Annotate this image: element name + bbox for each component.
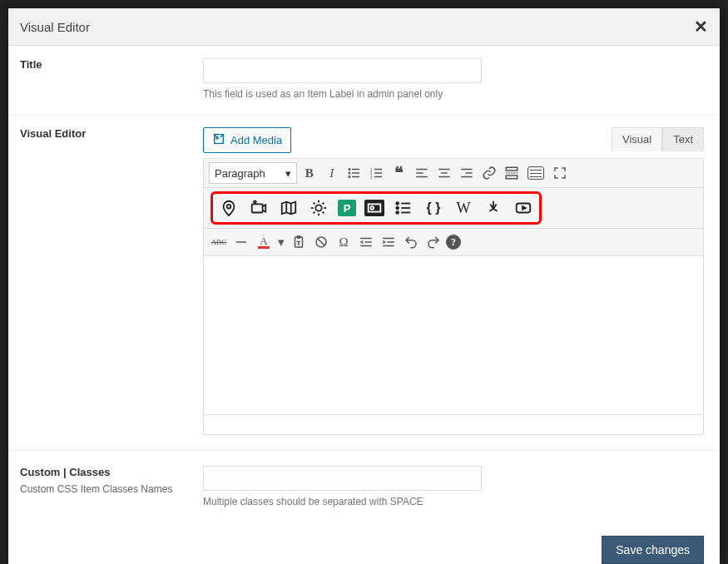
strikethrough-button[interactable]: ABC [209,232,229,252]
numbered-list-button[interactable]: 123 [367,163,387,183]
svg-point-1 [349,169,350,171]
format-select-label: Paragraph [215,167,265,180]
chevron-down-icon: ▾ [285,167,291,180]
text-color-dropdown[interactable]: ▾ [276,232,286,252]
svg-line-38 [323,203,324,205]
location-pin-icon[interactable] [218,197,240,219]
help-button[interactable]: ? [446,235,461,250]
clear-format-button[interactable] [311,232,331,252]
wikipedia-icon[interactable]: W [453,197,474,219]
tab-text[interactable]: Text [662,127,704,151]
text-color-button[interactable]: A [254,232,274,252]
map-icon[interactable] [278,197,300,219]
outdent-button[interactable] [356,232,376,252]
youtube-icon[interactable] [513,197,534,219]
plugin-toolbar-highlight: P { } W [210,191,542,225]
classes-input[interactable] [203,466,482,491]
align-right-button[interactable] [457,163,477,183]
italic-button[interactable]: I [322,163,342,183]
add-media-label: Add Media [230,134,282,146]
title-input[interactable] [203,58,482,83]
fullscreen-button[interactable] [550,163,570,183]
indent-button[interactable] [379,232,399,252]
svg-point-40 [370,206,374,210]
embed-badge-icon[interactable] [364,200,384,216]
toolbar-row-2: P { } W [204,188,703,229]
close-icon[interactable]: ✕ [694,17,708,37]
format-select[interactable]: Paragraph ▾ [209,162,297,184]
brightness-icon[interactable] [308,197,329,219]
classes-hint: Multiple classes should be separated wit… [203,496,704,507]
title-hint: This field is used as an Item Label in a… [203,88,704,100]
svg-rect-22 [506,167,518,171]
svg-rect-50 [297,236,301,239]
media-icon [212,132,225,148]
keyboard-icon[interactable] [524,163,547,183]
link-button[interactable] [479,163,499,183]
svg-rect-24 [506,176,518,179]
svg-point-45 [396,211,399,214]
align-center-button[interactable] [434,163,454,183]
yelp-icon[interactable] [483,197,504,219]
bullet-list-button[interactable] [344,163,364,183]
modal-title: Visual Editor [20,20,90,34]
title-row: Title This field is used as an Item Labe… [8,43,716,116]
svg-line-35 [314,203,315,205]
camera-icon[interactable] [248,197,270,219]
modal-footer: Save changes [8,522,716,564]
svg-line-37 [314,212,315,214]
add-media-button[interactable]: Add Media [203,127,291,153]
editor-label: Visual Editor [20,127,203,140]
paste-text-button[interactable]: T [289,232,309,252]
svg-point-41 [396,202,399,205]
readmore-button[interactable] [502,163,522,183]
editor-textarea[interactable] [204,256,703,414]
svg-point-27 [254,200,256,203]
tab-visual[interactable]: Visual [612,127,662,151]
visual-editor-modal: Visual Editor ✕ Title This field is used… [8,8,720,564]
special-char-button[interactable]: Ω [334,232,354,252]
list-icon[interactable] [393,197,414,219]
align-left-button[interactable] [412,163,432,183]
p-badge-icon[interactable]: P [338,200,356,216]
braces-icon[interactable]: { } [423,197,444,219]
redo-button[interactable] [423,232,443,252]
save-button[interactable]: Save changes [602,536,704,564]
editor-container: Paragraph ▾ B I 123 ❝ [203,158,704,435]
svg-rect-26 [252,204,263,212]
classes-row: Custom | Classes Custom CSS Item Classes… [8,451,716,522]
bold-button[interactable]: B [300,163,319,183]
editor-tabs: Visual Text [612,127,704,151]
undo-button[interactable] [401,232,421,252]
svg-point-30 [315,205,321,210]
editor-statusbar [204,414,703,434]
classes-sublabel: Custom CSS Item Classes Names [20,483,203,495]
modal-header: Visual Editor ✕ [8,8,720,46]
svg-line-36 [323,212,324,214]
blockquote-button[interactable]: ❝ [389,163,409,183]
title-label: Title [20,58,203,71]
toolbar-row-3: ABC A ▾ T Ω [204,229,703,256]
svg-text:T: T [297,240,301,245]
svg-point-3 [349,172,350,174]
svg-point-43 [396,207,399,210]
modal-body: Title This field is used as an Item Labe… [8,43,720,564]
svg-point-25 [227,205,231,209]
hr-button[interactable] [231,232,251,252]
svg-point-5 [349,176,350,178]
classes-label: Custom | Classes [20,466,203,478]
editor-row: Visual Editor Add Media Visual Text [8,116,716,451]
toolbar-row-1: Paragraph ▾ B I 123 ❝ [204,159,703,188]
svg-text:3: 3 [369,175,372,180]
